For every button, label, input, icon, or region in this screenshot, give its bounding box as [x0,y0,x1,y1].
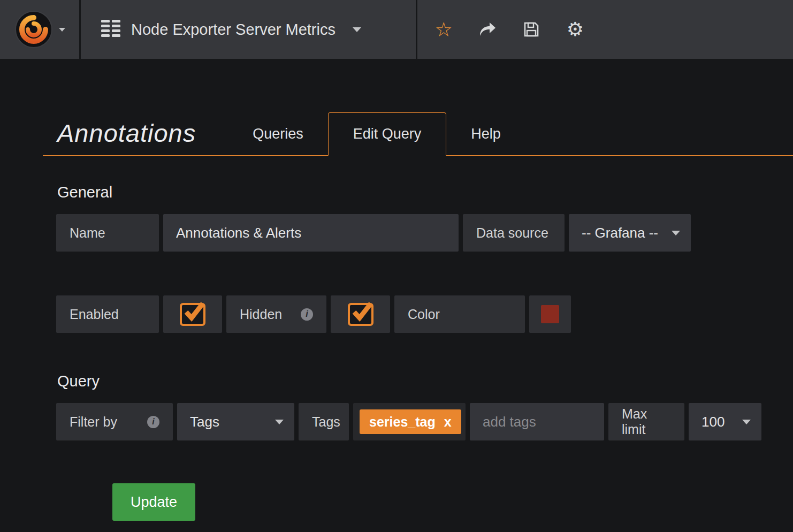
share-icon [478,21,497,37]
dashboard-grid-icon [100,19,121,40]
datasource-selected-value: -- Grafana -- [582,225,658,241]
general-name-row: Name Data source -- Grafana -- [56,214,793,252]
dashboard-caret-icon [353,27,361,32]
name-label: Name [56,214,159,252]
max-limit-selected-value: 100 [702,414,725,430]
tab-help[interactable]: Help [446,113,525,155]
tags-label: Tags [299,403,349,440]
general-section-heading: General [57,184,793,201]
save-dashboard-button[interactable] [509,0,553,59]
hidden-info-icon[interactable]: i [301,308,313,321]
star-icon: ☆ [434,20,452,40]
max-limit-label: Max limit [608,403,684,440]
filter-by-label-text: Filter by [70,414,117,430]
color-label: Color [394,295,525,333]
gear-icon: ⚙ [567,20,584,39]
annotation-edit-form: General Name Data source -- Grafana -- E… [56,184,793,521]
name-input[interactable] [163,214,459,252]
max-limit-select[interactable]: 100 [689,403,761,440]
settings-button[interactable]: ⚙ [553,0,597,59]
datasource-caret-icon [672,231,680,235]
grafana-annotations-settings-page: Node Exporter Server Metrics ☆ ⚙ [0,0,793,532]
filter-by-info-icon[interactable]: i [147,416,159,428]
query-row: Filter by i Tags Tags series_tag x Max l… [56,403,793,440]
hidden-label-text: Hidden [240,307,282,322]
checkmark-icon [182,300,206,322]
filter-by-caret-icon [275,420,284,424]
datasource-label: Data source [463,214,565,252]
annotations-tab-bar: Annotations Queries Edit Query Help [43,59,793,156]
filter-by-label: Filter by i [56,403,173,440]
logo-caret-icon [59,28,65,32]
enabled-label: Enabled [56,295,159,333]
share-dashboard-button[interactable] [466,0,509,59]
tab-queries[interactable]: Queries [228,113,328,155]
hidden-label: Hidden i [226,295,326,333]
annotation-color-swatch[interactable] [541,305,559,323]
tab-edit-query[interactable]: Edit Query [328,112,447,156]
enabled-checkbox[interactable] [180,303,205,326]
general-toggles-row: Enabled Hidden i Color [56,295,793,333]
dashboard-title: Node Exporter Server Metrics [131,21,336,39]
add-tags-input[interactable] [470,403,604,440]
filter-by-select[interactable]: Tags [177,403,294,440]
hidden-checkbox[interactable] [348,303,373,326]
filter-by-selected-value: Tags [190,414,219,430]
datasource-select[interactable]: -- Grafana -- [569,214,691,252]
dashboard-title-menu[interactable]: Node Exporter Server Metrics [81,0,416,59]
enabled-checkbox-cell [163,295,222,333]
grafana-main-menu[interactable] [0,0,79,59]
update-button[interactable]: Update [112,483,195,521]
color-swatch-cell [529,295,571,333]
query-section-heading: Query [57,373,793,390]
tags-pill-container: series_tag x [353,403,466,440]
max-limit-caret-icon [742,420,751,424]
tag-pill[interactable]: series_tag x [360,409,461,434]
save-icon [523,21,539,37]
grafana-logo-icon [14,10,54,49]
tag-pill-name: series_tag [369,414,436,430]
checkmark-icon [350,300,374,322]
hidden-checkbox-cell [331,295,390,333]
page-title: Annotations [57,118,196,148]
navbar-actions: ☆ ⚙ [417,0,793,59]
top-navbar: Node Exporter Server Metrics ☆ ⚙ [0,0,793,59]
tag-remove-button[interactable]: x [444,414,452,430]
star-dashboard-button[interactable]: ☆ [422,0,466,59]
